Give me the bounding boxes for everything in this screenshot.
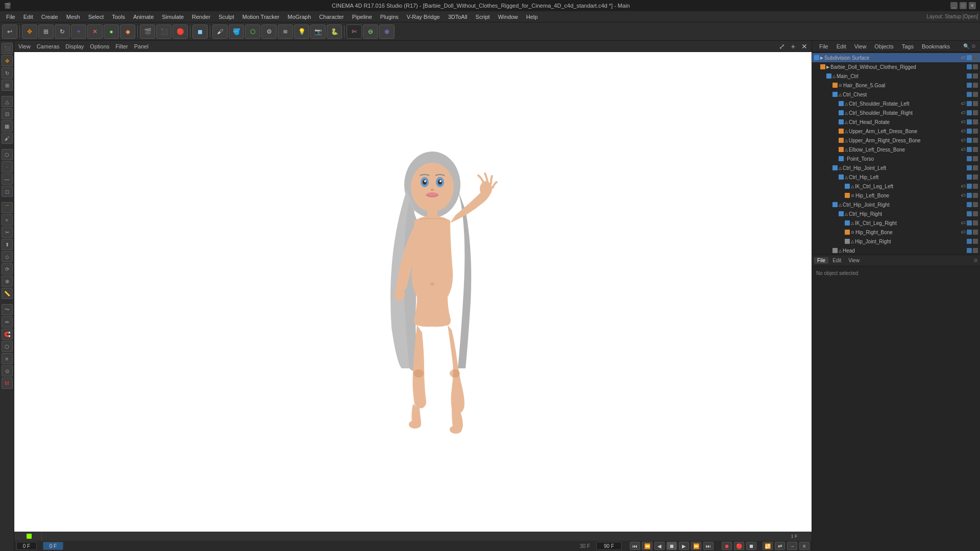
- tree-lock-dot[interactable]: [973, 211, 978, 216]
- menu-edit[interactable]: Edit: [19, 13, 37, 21]
- menu-script[interactable]: Script: [472, 13, 494, 21]
- tree-visibility-dot[interactable]: [967, 119, 972, 124]
- menu-create[interactable]: Create: [37, 13, 62, 21]
- render2-btn[interactable]: ⬛: [156, 24, 172, 39]
- minimize-button[interactable]: _: [950, 2, 958, 9]
- tool-weld[interactable]: ⊕: [2, 276, 13, 287]
- tree-visibility-dot[interactable]: [967, 184, 972, 189]
- tree-visibility-dot[interactable]: [967, 147, 972, 152]
- frame-options[interactable]: ≡: [799, 542, 810, 550]
- tool-bevel[interactable]: ◇: [2, 251, 13, 262]
- tree-visibility-dot[interactable]: [967, 73, 972, 79]
- tool-maxon[interactable]: M: [2, 378, 13, 389]
- tree-lock-dot[interactable]: [973, 230, 978, 235]
- menu-vray[interactable]: V-Ray Bridge: [403, 13, 444, 21]
- vp-tab-panel[interactable]: Panel: [134, 43, 149, 49]
- menu-3dtoall[interactable]: 3DToAll: [444, 13, 472, 21]
- tree-lock-dot[interactable]: [973, 156, 978, 161]
- vp-tab-view[interactable]: View: [18, 43, 31, 49]
- tool7[interactable]: ◆: [120, 24, 135, 39]
- loop-button[interactable]: 🔁: [763, 542, 773, 550]
- menu-animate[interactable]: Animate: [129, 13, 158, 21]
- tree-visibility-dot[interactable]: [967, 64, 972, 69]
- tool-brush[interactable]: ⌒: [2, 202, 13, 213]
- start-frame-input[interactable]: [16, 542, 37, 550]
- tree-item-9[interactable]: △ Upper_Arm_Right_Dress_Bone 🏷: [812, 136, 980, 145]
- tree-visibility-dot[interactable]: [967, 138, 972, 143]
- tree-item-4[interactable]: △ Ctrl_Chest: [812, 90, 980, 99]
- pingpong-button[interactable]: ⇄: [775, 542, 785, 550]
- menu-select[interactable]: Select: [84, 13, 108, 21]
- scene-tab-tags[interactable]: Tags: [899, 43, 917, 50]
- tree-visibility-dot[interactable]: [967, 230, 972, 235]
- tree-item-0[interactable]: ▶ Subdivision Surface 🏷: [812, 53, 980, 62]
- tool-rotate[interactable]: ↻: [2, 67, 13, 79]
- stop-button[interactable]: ⏹: [667, 542, 677, 550]
- goto-start-button[interactable]: ⏮: [630, 542, 640, 550]
- tree-visibility-dot[interactable]: [967, 156, 972, 161]
- tree-visibility-dot[interactable]: [967, 83, 972, 88]
- tree-lock-dot[interactable]: [973, 55, 978, 60]
- menu-help[interactable]: Help: [522, 13, 542, 21]
- tool-obj[interactable]: ⬡: [2, 149, 13, 160]
- scene-tab-bookmarks[interactable]: Bookmarks: [919, 43, 953, 50]
- tool-poly[interactable]: ◻: [2, 186, 13, 197]
- yaxis-btn[interactable]: ⊖: [363, 24, 378, 39]
- tree-item-7[interactable]: △ Ctrl_Head_Rotate 🏷: [812, 117, 980, 127]
- tree-lock-dot[interactable]: [973, 119, 978, 124]
- tool-uvw[interactable]: ⊡: [2, 108, 13, 119]
- tree-visibility-dot[interactable]: [967, 129, 972, 134]
- tree-visibility-dot[interactable]: [967, 193, 972, 198]
- tree-item-5[interactable]: △ Ctrl_Shoulder_Rotate_Left 🏷: [812, 99, 980, 108]
- tree-lock-dot[interactable]: [973, 83, 978, 88]
- tree-visibility-dot[interactable]: [967, 220, 972, 226]
- step-fwd-button[interactable]: ⏩: [691, 542, 701, 550]
- tree-lock-dot[interactable]: [973, 248, 978, 253]
- tree-item-13[interactable]: △ Ctrl_Hip_Left: [812, 172, 980, 182]
- menu-sculpt[interactable]: Sculpt: [214, 13, 238, 21]
- menu-mesh[interactable]: Mesh: [62, 13, 84, 21]
- scene-search-icon[interactable]: 🔍: [963, 43, 969, 49]
- menu-pipeline[interactable]: Pipeline: [348, 13, 376, 21]
- scene-tab-edit[interactable]: Edit: [834, 43, 849, 50]
- zaxis-btn[interactable]: ⊕: [379, 24, 395, 39]
- tree-lock-dot[interactable]: [973, 92, 978, 97]
- menu-file[interactable]: File: [2, 13, 19, 21]
- tool5[interactable]: ✕: [87, 24, 103, 39]
- motion-button[interactable]: ⏹: [746, 542, 756, 550]
- tool-loop[interactable]: ⟳: [2, 263, 13, 274]
- menu-simulate[interactable]: Simulate: [158, 13, 188, 21]
- step-back-button[interactable]: ⏪: [642, 542, 652, 550]
- render3-btn[interactable]: 🔴: [173, 24, 188, 39]
- vp-tab-options[interactable]: Options: [90, 43, 109, 49]
- props-tab-view[interactable]: View: [845, 257, 863, 264]
- once-button[interactable]: →: [787, 542, 797, 550]
- tree-item-16[interactable]: △ Ctrl_Hip_Joint_Right: [812, 200, 980, 209]
- tool-measure[interactable]: 📏: [2, 288, 13, 299]
- tree-item-1[interactable]: ▶ Barbie_Doll_Without_Clothes_Rigged: [812, 62, 980, 71]
- viewport[interactable]: [14, 52, 812, 532]
- menu-plugins[interactable]: Plugins: [376, 13, 403, 21]
- props-tab-file[interactable]: File: [814, 257, 828, 264]
- tree-lock-dot[interactable]: [973, 174, 978, 180]
- tree-lock-dot[interactable]: [973, 184, 978, 189]
- tree-lock-dot[interactable]: [973, 73, 978, 79]
- xaxis-btn[interactable]: ✄: [347, 24, 362, 39]
- tree-item-15[interactable]: ⊙ Hip_Left_Bone 🏷: [812, 191, 980, 200]
- scene-tab-file[interactable]: File: [816, 43, 831, 50]
- geo-btn[interactable]: ⬡: [245, 24, 260, 39]
- tree-item-21[interactable]: △ Head: [812, 246, 980, 255]
- tool-knife[interactable]: ✂: [2, 227, 13, 238]
- record-button[interactable]: ⏺: [722, 542, 732, 550]
- tool-align[interactable]: ≡: [2, 353, 13, 364]
- undo-button[interactable]: ↩: [2, 24, 17, 39]
- props-settings[interactable]: ⚙: [973, 258, 978, 263]
- menu-tools[interactable]: Tools: [108, 13, 129, 21]
- tree-visibility-dot[interactable]: [967, 239, 972, 244]
- tree-visibility-dot[interactable]: [967, 202, 972, 207]
- tool-spline[interactable]: 〜: [2, 304, 13, 315]
- tool-snap[interactable]: ⊙: [2, 365, 13, 377]
- tool-select[interactable]: ⬛: [2, 43, 13, 54]
- cube-btn[interactable]: ◼: [192, 24, 208, 39]
- scene-tab-objects[interactable]: Objects: [871, 43, 896, 50]
